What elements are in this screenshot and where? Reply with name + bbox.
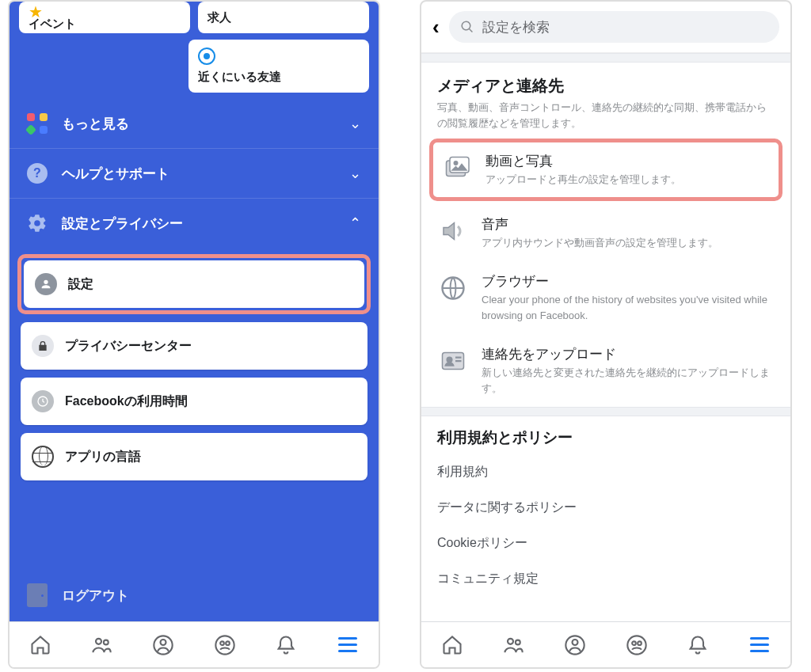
svg-point-17: [573, 640, 578, 645]
svg-point-2: [104, 640, 109, 644]
chevron-down-icon: ⌄: [349, 165, 361, 182]
contacts-title: 連絡先をアップロード: [482, 345, 775, 363]
svg-point-4: [161, 640, 166, 645]
row-settings-privacy[interactable]: 設定とプライバシー ⌃: [10, 199, 379, 248]
browser-sub: Clear your phone of the history of websi…: [482, 292, 775, 323]
see-more-label: もっと見る: [62, 115, 349, 133]
clock-icon: [32, 390, 54, 412]
tile-events[interactable]: ★ イベント: [19, 2, 190, 33]
browser-title: ブラウザー: [482, 272, 775, 290]
left-phone: ★ イベント 求人 近くにいる友達 もっと見る ⌄ ? ヘルプとサポート: [8, 0, 380, 669]
bottom-nav-left: [10, 621, 379, 667]
audio-title: 音声: [482, 215, 718, 233]
search-icon: [460, 20, 474, 34]
nav-groups[interactable]: [213, 633, 237, 657]
settings-body: メディアと連絡先 写真、動画、音声コントロール、連絡先の継続的な同期、携帯電話か…: [421, 53, 790, 621]
row-browser[interactable]: ブラウザー Clear your phone of the history of…: [421, 261, 790, 334]
card-time-on-facebook[interactable]: Facebookの利用時間: [21, 378, 367, 425]
row-upload-contacts[interactable]: 連絡先をアップロード 新しい連絡先と変更された連絡先を継続的にアップロードします…: [421, 334, 790, 407]
right-phone: ‹ 設定を検索 メディアと連絡先 写真、動画、音声コントロール、連絡先の継続的な…: [420, 0, 792, 669]
hamburger-icon: [750, 637, 769, 652]
nav-friends[interactable]: [89, 633, 113, 657]
nav-notifications[interactable]: [274, 633, 298, 657]
svg-point-6: [220, 641, 224, 645]
globe-icon: [32, 446, 54, 468]
search-settings-input[interactable]: 設定を検索: [449, 11, 779, 43]
highlight-settings: 設定: [17, 254, 371, 314]
svg-point-10: [454, 161, 458, 165]
policy-community[interactable]: コミュニティ規定: [437, 561, 775, 597]
row-see-more[interactable]: もっと見る ⌄: [10, 99, 379, 148]
nav-home[interactable]: [440, 633, 464, 657]
policy-section-title: 利用規約とポリシー: [421, 416, 790, 451]
bottom-nav-right: [421, 621, 790, 667]
hamburger-icon: [338, 637, 357, 652]
search-placeholder: 設定を検索: [482, 18, 550, 36]
audio-sub: アプリ内サウンドや動画音声の設定を管理します。: [482, 235, 718, 251]
globe-icon: [437, 272, 469, 304]
card-privacy-center[interactable]: プライバシーセンター: [21, 322, 367, 370]
nav-groups[interactable]: [625, 633, 649, 657]
media-section-title: メディアと連絡先: [437, 75, 775, 97]
lock-icon: [32, 335, 54, 357]
card-settings[interactable]: 設定: [24, 260, 364, 308]
tile-events-label: イベント: [29, 17, 181, 32]
nav-menu[interactable]: [748, 633, 771, 657]
logout-label: ログアウト: [62, 587, 129, 605]
video-photo-title: 動画と写真: [485, 152, 681, 170]
nav-friends[interactable]: [501, 633, 525, 657]
policy-list: 利用規約 データに関するポリシー Cookieポリシー コミュニティ規定: [421, 451, 790, 605]
row-help-support[interactable]: ? ヘルプとサポート ⌄: [10, 149, 379, 198]
nav-menu[interactable]: [336, 633, 360, 657]
settings-header: ‹ 設定を検索: [421, 2, 790, 53]
tile-nearby-label: 近くにいる友達: [198, 70, 360, 85]
help-icon: ?: [27, 163, 48, 184]
profile-icon: [35, 273, 57, 295]
speaker-icon: [437, 215, 469, 247]
app-lang-label: アプリの言語: [65, 449, 141, 465]
svg-point-20: [638, 641, 642, 645]
svg-point-19: [632, 641, 636, 645]
tile-nearby-friends[interactable]: 近くにいる友達: [188, 40, 369, 93]
nav-profile[interactable]: [151, 633, 175, 657]
gear-icon: [27, 213, 48, 233]
highlight-video-photo: 動画と写真 アップロードと再生の設定を管理します。: [429, 139, 782, 201]
svg-point-18: [627, 636, 645, 654]
chevron-up-icon: ⌃: [349, 215, 361, 232]
settings-label: 設定: [68, 276, 93, 293]
svg-point-5: [215, 636, 234, 654]
time-fb-label: Facebookの利用時間: [65, 393, 188, 410]
help-label: ヘルプとサポート: [62, 165, 349, 183]
nav-home[interactable]: [29, 633, 52, 657]
card-app-language[interactable]: アプリの言語: [21, 433, 367, 480]
media-section-desc: 写真、動画、音声コントロール、連絡先の継続的な同期、携帯電話からの閲覧履歴などを…: [437, 100, 775, 131]
nav-profile[interactable]: [563, 633, 587, 657]
grid-apps-icon: [27, 113, 48, 134]
contacts-sub: 新しい連絡先と変更された連絡先を継続的にアップロードします。: [482, 365, 775, 396]
contact-card-icon: [437, 345, 469, 377]
row-audio[interactable]: 音声 アプリ内サウンドや動画音声の設定を管理します。: [421, 204, 790, 262]
photos-icon: [441, 152, 473, 184]
row-video-photo[interactable]: 動画と写真 アップロードと再生の設定を管理します。: [433, 142, 779, 197]
logout-icon: [27, 583, 48, 607]
shortcut-row-2: 近くにいる友達: [10, 40, 379, 99]
svg-point-1: [96, 638, 101, 644]
policy-data[interactable]: データに関するポリシー: [437, 490, 775, 526]
back-button[interactable]: ‹: [432, 15, 440, 40]
tile-jobs-label: 求人: [208, 10, 360, 25]
svg-point-7: [226, 641, 230, 645]
chevron-down-icon: ⌄: [349, 115, 361, 132]
privacy-center-label: プライバシーセンター: [65, 338, 192, 355]
tile-jobs[interactable]: 求人: [198, 2, 369, 33]
shortcut-row-1: ★ イベント 求人: [10, 2, 379, 40]
nav-notifications[interactable]: [686, 633, 710, 657]
row-logout[interactable]: ログアウト: [10, 569, 379, 621]
policy-cookie[interactable]: Cookieポリシー: [437, 526, 775, 561]
svg-point-13: [447, 357, 452, 363]
policy-terms[interactable]: 利用規約: [437, 454, 775, 490]
left-menu-screen: ★ イベント 求人 近くにいる友達 もっと見る ⌄ ? ヘルプとサポート: [10, 2, 379, 621]
svg-point-15: [516, 640, 520, 644]
video-photo-sub: アップロードと再生の設定を管理します。: [485, 172, 681, 188]
section-media-contacts: メディアと連絡先 写真、動画、音声コントロール、連絡先の継続的な同期、携帯電話か…: [421, 63, 790, 135]
nearby-icon: [198, 47, 215, 65]
